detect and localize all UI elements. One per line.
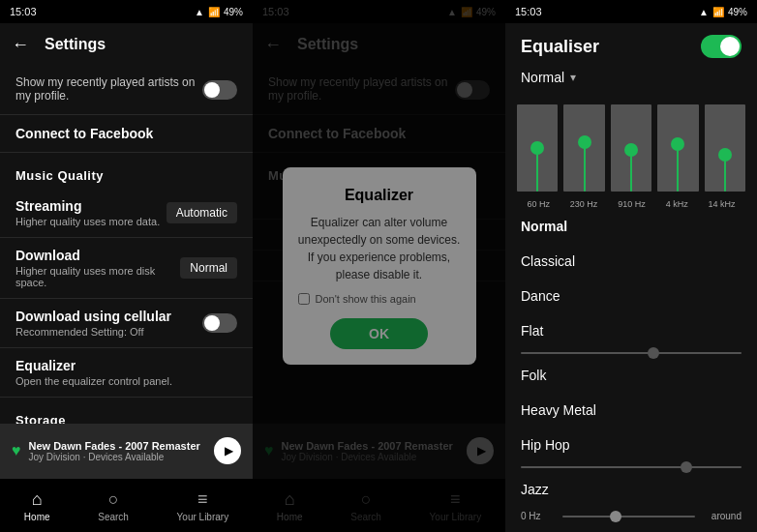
recently-played-label: Show my recently played artists on my pr… xyxy=(15,75,202,103)
hiphop-slider-row xyxy=(505,462,757,472)
slider-910hz-knob[interactable] xyxy=(624,143,638,157)
preset-heavymetal[interactable]: Heavy Metal xyxy=(505,393,757,428)
around-val: around xyxy=(703,511,742,521)
preset-folk[interactable]: Folk xyxy=(505,358,757,393)
slider-60hz-knob[interactable] xyxy=(530,141,544,155)
flat-horiz-knob[interactable] xyxy=(648,347,659,359)
recently-played-item[interactable]: Show my recently played artists on my pr… xyxy=(0,66,253,115)
status-bar-left: 15:03 ▲ 📶 49% xyxy=(0,0,253,23)
eq-title: Equaliser xyxy=(521,37,599,57)
nav-search[interactable]: ○ Search xyxy=(98,489,129,522)
middle-panel: 15:03 ▲ 📶 49% ← Settings Show my recentl… xyxy=(253,0,505,532)
heart-icon[interactable]: ♥ xyxy=(12,442,21,459)
back-button-left[interactable]: ← xyxy=(12,35,29,55)
preset-flat-group: Flat xyxy=(505,313,757,358)
slider-4khz-fill xyxy=(677,144,679,192)
equalizer-dialog: Equalizer Equalizer can alter volume une… xyxy=(283,167,476,365)
streaming-desc: Higher quality uses more data. xyxy=(15,216,160,227)
play-icon: ▶ xyxy=(225,444,233,458)
freq-60hz: 60 Hz xyxy=(527,199,550,209)
status-bar-right: 15:03 ▲ 📶 49% xyxy=(505,0,757,23)
around-horiz-track[interactable] xyxy=(562,516,695,517)
preset-flat[interactable]: Flat xyxy=(505,313,757,348)
dialog-overlay: Equalizer Equalizer can alter volume une… xyxy=(253,0,505,532)
dialog-ok-button[interactable]: OK xyxy=(330,318,428,349)
left-panel: 15:03 ▲ 📶 49% ← Settings Show my recentl… xyxy=(0,0,253,532)
signal-icon: 📶 xyxy=(208,7,220,17)
around-knob[interactable] xyxy=(610,511,621,522)
preset-dance[interactable]: Dance xyxy=(505,279,757,313)
preset-classical[interactable]: Classical xyxy=(505,244,757,279)
preset-hiphop[interactable]: Hip Hop xyxy=(505,428,757,462)
recently-played-toggle[interactable] xyxy=(202,80,237,100)
preset-hiphop-group: Hip Hop xyxy=(505,428,757,472)
nav-home[interactable]: ⌂ Home xyxy=(24,489,50,522)
slider-14khz[interactable] xyxy=(705,104,745,192)
streaming-label: Streaming xyxy=(15,198,160,214)
equalizer-desc: Open the equalizer control panel. xyxy=(15,375,237,387)
download-item[interactable]: Download Higher quality uses more disk s… xyxy=(0,238,253,299)
now-playing-left: ♥ New Dawn Fades - 2007 Remaster Joy Div… xyxy=(0,424,253,478)
dialog-check-label: Don't show this again xyxy=(316,293,416,305)
settings-content-left: Show my recently played artists on my pr… xyxy=(0,66,253,424)
right-panel: 15:03 ▲ 📶 49% Equaliser Normal ▾ xyxy=(505,0,757,532)
nav-search-label: Search xyxy=(98,512,129,522)
music-quality-header: Music Quality xyxy=(0,153,253,189)
cellular-label: Download using cellular xyxy=(15,309,171,324)
preset-normal[interactable]: Normal xyxy=(505,209,757,244)
wifi-icon: ▲ xyxy=(195,7,204,17)
slider-230hz-knob[interactable] xyxy=(578,135,591,149)
preset-jazz[interactable]: Jazz xyxy=(505,472,757,507)
slider-910hz[interactable] xyxy=(611,104,651,192)
dialog-title: Equalizer xyxy=(345,187,413,204)
dialog-checkbox[interactable] xyxy=(298,293,310,305)
home-icon: ⌂ xyxy=(32,489,43,510)
status-icons-right: ▲ 📶 49% xyxy=(699,7,747,17)
eq-master-toggle[interactable] xyxy=(701,35,742,58)
np-info: New Dawn Fades - 2007 Remaster Joy Divis… xyxy=(29,440,207,462)
around-slider-row: 0 Hz around xyxy=(505,507,757,525)
header-left: ← Settings xyxy=(0,23,253,66)
hiphop-horiz-knob[interactable] xyxy=(681,461,692,473)
eq-preset-row[interactable]: Normal ▾ xyxy=(505,66,757,93)
time-left: 15:03 xyxy=(10,6,37,17)
signal-icon-right: 📶 xyxy=(712,7,724,17)
flat-horiz-track[interactable] xyxy=(521,352,742,354)
download-value[interactable]: Normal xyxy=(180,257,237,279)
streaming-item[interactable]: Streaming Higher quality uses more data.… xyxy=(0,189,253,238)
battery-left: 49% xyxy=(224,7,243,17)
preset-pop[interactable]: Pop xyxy=(505,525,757,532)
eq-preset-arrow: ▾ xyxy=(570,71,576,84)
slider-230hz[interactable] xyxy=(563,104,604,192)
slider-4khz[interactable] xyxy=(657,104,698,192)
eq-sliders-container xyxy=(505,93,757,199)
dialog-body: Equalizer can alter volume unexpectedly … xyxy=(298,214,461,283)
np-subtitle: Joy Division · Devices Available xyxy=(29,452,207,462)
nav-library[interactable]: ≡ Your Library xyxy=(177,489,229,522)
eq-preset-list: Normal Classical Dance Flat Folk Heavy M… xyxy=(505,209,757,532)
nav-bar-left: ⌂ Home ○ Search ≡ Your Library xyxy=(0,478,253,532)
status-icons-left: ▲ 📶 49% xyxy=(195,7,243,17)
slider-4khz-knob[interactable] xyxy=(671,137,684,151)
facebook-label: Connect to Facebook xyxy=(15,126,153,141)
cellular-toggle[interactable] xyxy=(202,313,237,333)
slider-60hz[interactable] xyxy=(517,104,558,192)
play-button[interactable]: ▶ xyxy=(214,437,241,464)
nav-home-label: Home xyxy=(24,512,50,522)
freq-14khz: 14 kHz xyxy=(709,199,736,209)
facebook-item[interactable]: Connect to Facebook xyxy=(0,115,253,153)
cellular-item[interactable]: Download using cellular Recommended Sett… xyxy=(0,299,253,348)
nav-library-label: Your Library xyxy=(177,512,229,522)
battery-right: 49% xyxy=(728,7,747,17)
freq-910hz: 910 Hz xyxy=(618,199,646,209)
flat-slider-row xyxy=(505,348,757,358)
streaming-value[interactable]: Automatic xyxy=(167,202,237,223)
storage-header: Storage xyxy=(0,398,253,424)
download-label: Download xyxy=(15,248,180,263)
hiphop-horiz-track[interactable] xyxy=(521,466,742,468)
equalizer-item[interactable]: Equalizer Open the equalizer control pan… xyxy=(0,348,253,398)
slider-14khz-knob[interactable] xyxy=(718,148,732,162)
eq-toggle-knob xyxy=(720,37,740,56)
search-nav-icon: ○ xyxy=(108,489,119,510)
toggle-knob xyxy=(204,82,220,98)
